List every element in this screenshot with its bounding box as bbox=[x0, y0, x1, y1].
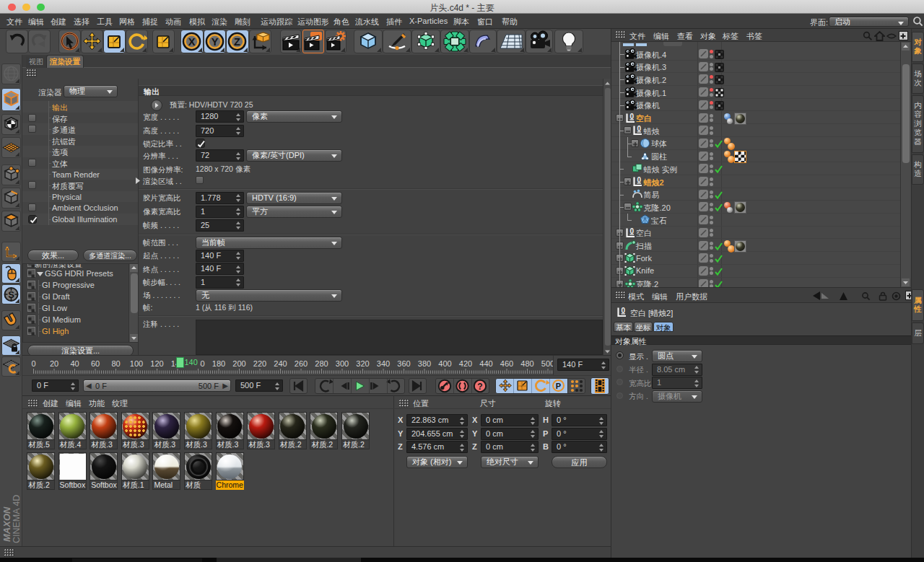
svg-text:0: 0 bbox=[622, 307, 626, 315]
svg-text:X: X bbox=[188, 36, 196, 48]
svg-text:500: 500 bbox=[541, 359, 553, 368]
svg-text:Z: Z bbox=[234, 36, 240, 48]
svg-text:240: 240 bbox=[274, 359, 287, 368]
svg-text:80: 80 bbox=[111, 359, 120, 368]
svg-text:100: 100 bbox=[130, 359, 143, 368]
svg-text:360: 360 bbox=[397, 359, 410, 368]
svg-text:120: 120 bbox=[150, 359, 163, 368]
svg-text:300: 300 bbox=[336, 359, 349, 368]
svg-text:180: 180 bbox=[212, 359, 225, 368]
svg-text:0: 0 bbox=[629, 227, 634, 235]
svg-text:P: P bbox=[556, 382, 561, 390]
svg-text:200: 200 bbox=[232, 359, 245, 368]
svg-text:220: 220 bbox=[253, 359, 266, 368]
svg-text:420: 420 bbox=[459, 359, 472, 368]
svg-text:20: 20 bbox=[50, 359, 58, 368]
svg-text:280: 280 bbox=[315, 359, 328, 368]
svg-text:0: 0 bbox=[31, 359, 35, 368]
svg-text:460: 460 bbox=[500, 359, 513, 368]
svg-text:380: 380 bbox=[418, 359, 431, 368]
svg-text:0: 0 bbox=[637, 125, 642, 133]
svg-text:S: S bbox=[8, 289, 14, 300]
svg-text:480: 480 bbox=[520, 359, 533, 368]
svg-text:60: 60 bbox=[91, 359, 100, 368]
svg-text:Y: Y bbox=[211, 36, 218, 48]
svg-text:340: 340 bbox=[377, 359, 390, 368]
svg-text:320: 320 bbox=[356, 359, 369, 368]
svg-text:?: ? bbox=[477, 382, 482, 392]
svg-text:40: 40 bbox=[70, 359, 79, 368]
svg-text:0: 0 bbox=[637, 176, 642, 184]
svg-text:400: 400 bbox=[438, 359, 451, 368]
svg-text:440: 440 bbox=[479, 359, 492, 368]
svg-text:260: 260 bbox=[295, 359, 308, 368]
svg-text:0: 0 bbox=[629, 113, 634, 120]
